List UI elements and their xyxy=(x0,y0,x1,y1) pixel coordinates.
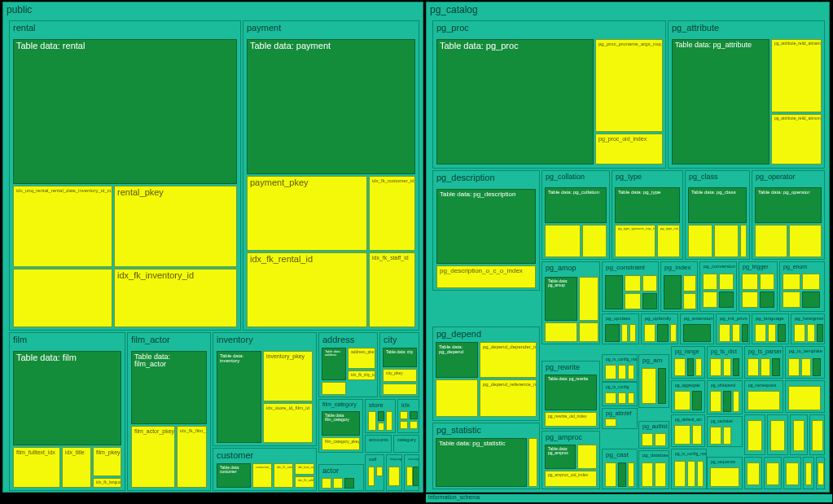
table-pg-ts-config[interactable]: pg_ts_config xyxy=(602,382,638,406)
index-block[interactable] xyxy=(807,324,815,342)
index-block[interactable] xyxy=(655,433,666,446)
index-block[interactable]: film_fulltext_idx xyxy=(13,447,60,488)
table-data-block[interactable]: Table data: pg_attribute xyxy=(672,39,769,164)
index-block[interactable] xyxy=(747,462,760,485)
table-data-block[interactable]: Table data: payment xyxy=(247,39,415,174)
table-category[interactable]: category xyxy=(393,435,419,453)
index-block[interactable] xyxy=(710,427,721,445)
table-address[interactable]: address Table data: address address_pkey… xyxy=(318,332,378,397)
table-city[interactable]: city Table data: city city_pkey xyxy=(379,332,419,397)
table-data-block[interactable]: Table data: film_category xyxy=(322,411,360,436)
table-pg-attrdef[interactable]: pg_attrdef xyxy=(602,408,638,429)
table-pg-constraint[interactable]: pg_constraint xyxy=(602,261,659,312)
index-block[interactable] xyxy=(322,478,331,489)
table-data-block[interactable]: Table data: inventory xyxy=(217,351,261,443)
table-actor[interactable]: actor xyxy=(318,464,364,491)
index-block[interactable] xyxy=(783,291,800,308)
table-country[interactable]: country xyxy=(404,454,419,491)
table-rental[interactable]: rental Table data: rental idx_unq_rental… xyxy=(9,20,241,331)
index-block[interactable]: idx_fk_staff_id xyxy=(369,252,415,327)
index-block[interactable] xyxy=(783,274,800,290)
index-block[interactable]: pg_attribute_relid_attnam_index xyxy=(771,39,822,112)
table-pg-opfamily[interactable]: pg_opfamily xyxy=(641,313,678,344)
table-pg-small[interactable] xyxy=(783,457,801,489)
index-block[interactable] xyxy=(322,382,346,395)
table-data-block[interactable] xyxy=(605,275,623,309)
index-block[interactable] xyxy=(436,379,478,417)
index-block[interactable] xyxy=(733,391,739,412)
table-data-block[interactable] xyxy=(778,324,786,342)
table-data-block[interactable]: Table data: rental xyxy=(13,39,237,184)
table-pg-authid[interactable]: pg_authid xyxy=(638,421,669,449)
table-data-block[interactable] xyxy=(344,478,354,489)
index-block[interactable] xyxy=(723,427,731,445)
table-data-block[interactable] xyxy=(410,411,418,419)
table-data-block[interactable]: Table data: pg_proc xyxy=(436,39,594,164)
table-data-block[interactable] xyxy=(802,291,820,308)
index-block[interactable] xyxy=(628,462,634,487)
index-block[interactable] xyxy=(618,392,626,404)
table-pg-index[interactable]: pg_index xyxy=(660,261,698,312)
table-data-block[interactable] xyxy=(760,291,774,308)
table-idx[interactable]: idx xyxy=(397,399,419,433)
table-pg-small[interactable] xyxy=(790,414,808,455)
table-pg-ts-config-map[interactable]: pg_ts_config_map xyxy=(602,354,638,382)
index-block[interactable] xyxy=(786,462,799,485)
table-data-block[interactable]: Table data: pg_class xyxy=(688,187,747,223)
index-block[interactable]: pg_type_typname_nsp_index xyxy=(615,225,655,257)
index-block[interactable] xyxy=(683,293,696,309)
index-block[interactable]: idx_fk_inventory_id xyxy=(114,269,237,327)
index-block[interactable]: film_category_pkey xyxy=(322,437,360,450)
index-block[interactable] xyxy=(577,445,597,469)
table-pg-statistic[interactable]: pg_statistic Table data: pg_statistic xyxy=(432,423,540,489)
table-pg-class[interactable]: pg_class Table data: pg_class xyxy=(685,170,750,260)
table-pg-seclabel[interactable]: pg_seclabel xyxy=(707,416,743,447)
table-pg-init-privs[interactable]: pg_init_privs xyxy=(716,313,750,344)
index-block[interactable] xyxy=(719,324,730,342)
index-block[interactable] xyxy=(794,324,805,342)
table-pg-namespace[interactable]: pg_namespace xyxy=(744,380,783,413)
index-block[interactable]: payment_pkey xyxy=(247,176,367,251)
table-payment[interactable]: payment Table data: payment payment_pkey… xyxy=(243,20,419,331)
index-block[interactable] xyxy=(410,421,418,429)
index-block[interactable] xyxy=(605,462,616,487)
index-block[interactable] xyxy=(748,391,780,410)
index-block[interactable] xyxy=(818,462,824,485)
index-block[interactable] xyxy=(805,462,812,485)
table-data-block[interactable]: Table data: pg_operator xyxy=(755,187,822,223)
table-pg-type[interactable]: pg_type Table data: pg_type pg_type_typn… xyxy=(612,170,683,260)
index-block[interactable]: pg_depend_reference_index xyxy=(480,379,537,417)
table-data-block[interactable] xyxy=(657,324,669,342)
index-block[interactable] xyxy=(688,225,712,257)
index-block[interactable] xyxy=(770,420,785,451)
table-pg-range[interactable]: pg_range xyxy=(671,346,705,379)
table-data-block[interactable] xyxy=(817,324,823,342)
index-block[interactable] xyxy=(642,368,656,404)
index-block[interactable]: pg_proc_oid_index xyxy=(595,134,663,164)
table-data-block[interactable]: Table data: film_actor xyxy=(131,351,207,424)
index-block[interactable]: idx_title xyxy=(62,447,91,488)
table-customer[interactable]: customer Table data: customer customer_p… xyxy=(213,448,317,491)
index-block[interactable]: idx_fk_customer_id xyxy=(369,176,415,251)
index-block[interactable] xyxy=(629,324,636,342)
table-pg-collation[interactable]: pg_collation Table data: pg_collation xyxy=(541,170,610,260)
table-pg-language[interactable]: pg_language xyxy=(752,313,789,344)
table-data-block[interactable] xyxy=(658,368,666,404)
index-block[interactable] xyxy=(368,467,375,486)
index-block[interactable]: idx_fk_store_id xyxy=(274,463,293,488)
table-pg-small[interactable] xyxy=(803,457,814,489)
table-pg-small[interactable] xyxy=(816,457,825,489)
index-block[interactable] xyxy=(388,467,400,486)
index-block[interactable] xyxy=(621,324,628,342)
table-pg-aggregate[interactable]: pg_aggregate xyxy=(671,380,705,413)
index-block[interactable]: film_actor_pkey xyxy=(131,426,175,488)
index-block[interactable] xyxy=(748,420,762,451)
table-data-block[interactable]: Table data: pg_description xyxy=(436,189,536,264)
table-pg-ts-config-map2[interactable]: pg_ts_config_map2 xyxy=(671,449,707,489)
table-pg-small[interactable] xyxy=(744,457,762,489)
index-block[interactable] xyxy=(674,425,691,445)
table-pg-small[interactable] xyxy=(785,380,825,413)
table-pg-small[interactable] xyxy=(764,457,782,489)
index-block[interactable]: pg_rewrite_oid_index xyxy=(545,412,597,427)
index-block[interactable]: pg_amproc_oid_index xyxy=(545,471,597,487)
